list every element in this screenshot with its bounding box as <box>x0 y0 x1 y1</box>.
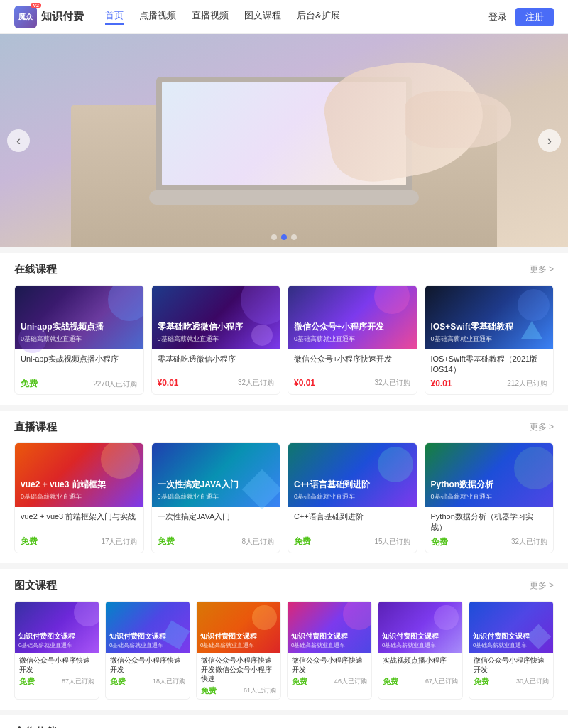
hero-prev-arrow[interactable]: ‹ <box>7 129 30 152</box>
nav-vod[interactable]: 点播视频 <box>139 9 176 25</box>
online-courses-section: 在线课程 更多 > Uni-app实战视频点播 0基础高薪就业直通车 Uni-a… <box>0 253 568 405</box>
partners-section: 合作伙伴 ModStart 魔众 HUAWEI <box>0 715 568 728</box>
nav-text[interactable]: 图文课程 <box>244 9 281 25</box>
nav-live[interactable]: 直播视频 <box>192 9 229 25</box>
text-course-card-1[interactable]: 知识付费图文课程 0基础高薪就业直通车 微信公众号小程序快速开发 免费 87人已… <box>14 601 99 700</box>
text-course-card-3[interactable]: 知识付费图文课程 0基础高薪就业直通车 微信公众号小程序快速开发微信公众号小程序… <box>196 601 281 700</box>
header: 魔众 V2 知识付费 首页 点播视频 直播视频 图文课程 后台&扩展 登录 注册 <box>0 0 568 34</box>
online-courses-header: 在线课程 更多 > <box>14 263 554 276</box>
register-button[interactable]: 注册 <box>515 8 554 26</box>
course-title-1: Uni-app实战视频点播小程序 <box>21 354 138 375</box>
live-courses-grid: vue2 + vue3 前端框架 0基础高薪就业直通车 vue2 + vue3 … <box>14 442 554 553</box>
course-thumb-1: Uni-app实战视频点播 0基础高薪就业直通车 <box>15 286 143 349</box>
course-info-1: Uni-app实战视频点播小程序 免费 2270人已订购 <box>15 349 143 394</box>
online-courses-grid: Uni-app实战视频点播 0基础高薪就业直通车 Uni-app实战视频点播小程… <box>14 285 554 395</box>
thumb-sub-1: 0基础高薪就业直通车 <box>21 335 138 344</box>
text-course-card-2[interactable]: 知识付费图文课程 0基础高薪就业直通车 微信公众号小程序快速开发 免费 18人已… <box>105 601 190 700</box>
thumb-deco-1 <box>108 285 144 321</box>
text-course-card-4[interactable]: 知识付费图文课程 0基础高薪就业直通车 微信公众号小程序快速开发 免费 46人已… <box>287 601 372 700</box>
text-courses-grid: 知识付费图文课程 0基础高薪就业直通车 微信公众号小程序快速开发 免费 87人已… <box>14 601 554 700</box>
course-meta-1: 免费 2270人已订购 <box>21 378 138 390</box>
online-courses-title: 在线课程 <box>14 263 57 276</box>
live-course-card-2[interactable]: 一次性搞定JAVA入门 0基础高薪就业直通车 一次性搞定JAVA入门 免费 8人… <box>151 442 281 553</box>
login-button[interactable]: 登录 <box>488 11 507 23</box>
live-course-card-3[interactable]: C++语言基础到进阶 0基础高薪就业直通车 C++语言基础到进阶 免费 15人已… <box>288 442 417 553</box>
course-price-1: 免费 <box>21 378 38 390</box>
partners-title: 合作伙伴 <box>14 725 554 728</box>
header-actions: 登录 注册 <box>488 8 554 26</box>
main-nav: 首页 点播视频 直播视频 图文课程 后台&扩展 <box>105 9 488 25</box>
text-courses-title: 图文课程 <box>14 579 57 592</box>
logo-icon: 魔众 V2 <box>14 6 37 28</box>
thumb-content-1: Uni-app实战视频点播 0基础高薪就业直通车 <box>15 316 143 349</box>
text-courses-section: 图文课程 更多 > 知识付费图文课程 0基础高薪就业直通车 微信公众号小程序快速… <box>0 569 568 710</box>
online-course-card-3[interactable]: 微信公众号+小程序开发 0基础高薪就业直通车 微信公众号+小程序快速开发 ¥0.… <box>288 285 417 395</box>
hero-dot-3[interactable] <box>291 234 297 240</box>
course-sales-1: 2270人已订购 <box>93 379 137 389</box>
nav-admin[interactable]: 后台&扩展 <box>297 9 340 25</box>
live-courses-more[interactable]: 更多 > <box>530 421 554 433</box>
logo-badge: V2 <box>31 3 41 8</box>
live-courses-section: 直播课程 更多 > vue2 + vue3 前端框架 0基础高薪就业直通车 vu… <box>0 411 568 563</box>
hero-dot-2[interactable] <box>281 234 287 240</box>
online-courses-more[interactable]: 更多 > <box>530 264 554 276</box>
online-course-card-2[interactable]: 零基础吃透微信小程序 0基础高薪就业直通车 零基础吃透微信小程序 ¥0.01 3… <box>151 285 281 395</box>
hero-dots <box>271 234 297 240</box>
nav-home[interactable]: 首页 <box>105 9 124 25</box>
hero-next-arrow[interactable]: › <box>538 129 561 152</box>
live-courses-title: 直播课程 <box>14 420 57 434</box>
text-course-card-6[interactable]: 知识付费图文课程 0基础高薪就业直通车 微信公众号小程序快速开发 免费 30人已… <box>469 601 554 700</box>
course-thumb-2: 零基础吃透微信小程序 0基础高薪就业直通车 <box>152 286 280 349</box>
live-course-card-1[interactable]: vue2 + vue3 前端框架 0基础高薪就业直通车 vue2 + vue3 … <box>14 442 144 553</box>
logo-text: 知识付费 <box>41 10 84 23</box>
hero-banner: ‹ › <box>0 34 568 247</box>
text-courses-more[interactable]: 更多 > <box>530 580 554 592</box>
text-course-card-5[interactable]: 知识付费图文课程 0基础高薪就业直通车 实战视频点播小程序 免费 67人已订购 <box>378 601 463 700</box>
hero-hand2 <box>405 91 511 148</box>
hero-laptop-base <box>149 190 419 205</box>
text-courses-header: 图文课程 更多 > <box>14 579 554 592</box>
online-course-card-4[interactable]: IOS+Swift零基础教程 0基础高薪就业直通车 IOS+Swift零基础教程… <box>425 285 555 395</box>
live-course-card-4[interactable]: Python数据分析 0基础高薪就业直通车 Python数据分析（机器学习实战）… <box>425 442 555 553</box>
hero-dot-1[interactable] <box>271 234 277 240</box>
live-courses-header: 直播课程 更多 > <box>14 420 554 434</box>
thumb-title-1: Uni-app实战视频点播 <box>21 322 138 333</box>
logo[interactable]: 魔众 V2 知识付费 <box>14 6 84 28</box>
online-course-card-1[interactable]: Uni-app实战视频点播 0基础高薪就业直通车 Uni-app实战视频点播小程… <box>14 285 144 395</box>
